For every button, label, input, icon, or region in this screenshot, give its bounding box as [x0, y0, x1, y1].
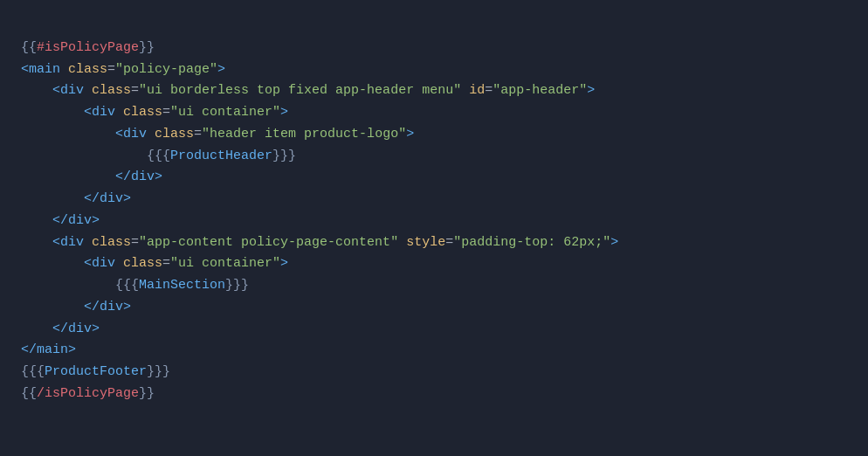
code-editor: {{#isPolicyPage}}<main class="policy-pag… [21, 16, 847, 405]
code-segment: <div [84, 105, 115, 120]
code-segment: "ui container" [170, 256, 280, 271]
code-segment: }}} [147, 364, 170, 379]
code-segment [398, 235, 406, 250]
code-segment: = [107, 62, 115, 77]
code-segment: class [155, 127, 194, 142]
code-segment: "ui container" [170, 105, 280, 120]
code-line: <div class="app-content policy-page-cont… [21, 232, 847, 254]
code-segment: }} [139, 40, 155, 55]
code-segment: style [406, 235, 445, 250]
code-segment: <div [52, 83, 84, 98]
code-segment: "padding-top: 62px;" [453, 235, 610, 250]
code-segment [84, 83, 92, 98]
code-segment: {{{ [147, 149, 170, 163]
code-segment: /isPolicyPage [37, 386, 139, 401]
code-segment: }} [139, 386, 155, 401]
code-segment: {{ [21, 40, 37, 55]
code-segment: > [217, 62, 225, 77]
code-segment: {{{ [115, 278, 139, 293]
code-segment [115, 256, 123, 271]
code-line: </div> [21, 297, 847, 319]
code-segment: > [280, 256, 288, 271]
code-line: </div> [21, 167, 847, 189]
code-segment: <main [21, 62, 60, 77]
code-segment [60, 62, 68, 77]
code-segment: </div> [84, 191, 131, 206]
code-segment: > [280, 105, 288, 120]
code-segment: {{{ [21, 364, 45, 379]
code-line: </div> [21, 211, 847, 232]
code-segment: = [162, 256, 170, 271]
code-line: <div class="ui container"> [21, 102, 847, 124]
code-segment: = [131, 235, 139, 250]
code-segment: ProductHeader [170, 149, 272, 163]
code-segment: <div [52, 235, 84, 250]
code-segment: class [68, 62, 107, 77]
code-segment: <div [115, 127, 147, 142]
code-segment: "ui borderless top fixed app-header menu… [139, 83, 461, 98]
code-segment: > [610, 235, 618, 250]
code-line: {{{MainSection}}} [21, 275, 847, 297]
code-line: </div> [21, 319, 847, 341]
code-segment: = [485, 83, 493, 98]
code-segment: </main> [21, 342, 76, 357]
code-segment [461, 83, 469, 98]
code-line: </div> [21, 189, 847, 211]
code-line: </main> [21, 340, 847, 362]
code-segment: "policy-page" [115, 62, 217, 77]
code-segment: </div> [115, 169, 162, 184]
code-segment [147, 127, 155, 142]
code-segment: class [92, 83, 131, 98]
code-line: <main class="policy-page"> [21, 59, 847, 81]
code-segment: = [131, 83, 139, 98]
code-segment: = [162, 105, 170, 120]
code-segment: </div> [52, 321, 100, 336]
code-line: {{/isPolicyPage}} [21, 383, 847, 405]
code-segment: "app-header" [493, 83, 587, 98]
code-segment: id [469, 83, 485, 98]
code-segment: = [445, 235, 453, 250]
code-segment [115, 105, 123, 120]
code-line: <div class="ui borderless top fixed app-… [21, 80, 847, 102]
code-line: {{#isPolicyPage}} [21, 38, 847, 59]
code-segment: MainSection [139, 278, 225, 293]
code-segment: "app-content policy-page-content" [139, 235, 398, 250]
code-segment: class [92, 235, 131, 250]
code-line: <div class="ui container"> [21, 253, 847, 275]
code-segment: > [406, 127, 414, 142]
code-segment: ProductFooter [45, 364, 147, 379]
code-segment: <div [84, 256, 115, 271]
code-segment [84, 235, 92, 250]
code-segment: #isPolicyPage [37, 40, 139, 55]
code-segment: </div> [52, 213, 100, 228]
code-segment: }}} [272, 149, 296, 163]
code-segment: = [194, 127, 202, 142]
code-segment: {{ [21, 386, 37, 401]
code-segment: > [587, 83, 595, 98]
code-segment: }}} [225, 278, 249, 293]
code-segment: class [123, 105, 162, 120]
code-line: {{{ProductHeader}}} [21, 146, 847, 168]
code-line: {{{ProductFooter}}} [21, 362, 847, 383]
code-segment: </div> [84, 300, 131, 314]
code-line: <div class="header item product-logo"> [21, 124, 847, 146]
code-segment: class [123, 256, 162, 271]
code-segment: "header item product-logo" [202, 127, 406, 142]
